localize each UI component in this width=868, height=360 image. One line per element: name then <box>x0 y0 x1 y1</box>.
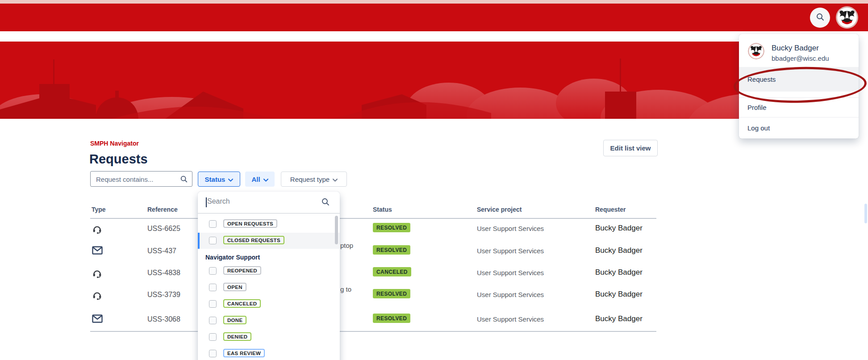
status-option-badge: OPEN <box>223 283 246 291</box>
column-header-service-project[interactable]: Service project <box>477 206 522 213</box>
page-title: Requests <box>89 152 148 167</box>
page-scrollbar-thumb[interactable] <box>864 204 867 223</box>
table-row[interactable]: USS-3068 RESOLVED User Support Services … <box>0 309 868 331</box>
menu-item-profile[interactable]: Profile <box>739 97 859 117</box>
request-type-icon <box>92 268 102 280</box>
status-badge: RESOLVED <box>373 245 410 255</box>
status-cell: RESOLVED <box>373 223 410 232</box>
requester: Bucky Badger <box>595 268 643 277</box>
user-name: Bucky Badger <box>772 44 819 53</box>
user-menu: Bucky Badger bbadger@wisc.edu Requests P… <box>739 34 859 138</box>
status-option-badge: DONE <box>223 316 246 324</box>
status-option[interactable]: OPEN REQUESTS <box>198 216 340 232</box>
checkbox[interactable] <box>209 284 217 291</box>
requester: Bucky Badger <box>595 314 643 323</box>
search-icon <box>180 175 188 185</box>
status-dropdown-panel: Search OPEN REQUESTS CLOSED REQUESTS Nav… <box>198 192 340 360</box>
text-caret <box>206 197 207 207</box>
table-row[interactable]: USS-6625 RESOLVED User Support Services … <box>0 218 868 240</box>
status-option-badge: CLOSED REQUESTS <box>223 236 284 244</box>
requester: Bucky Badger <box>595 224 643 233</box>
checkbox[interactable] <box>209 350 217 357</box>
search-icon <box>321 197 330 208</box>
table-row[interactable]: USS-437 ptop RESOLVED User Support Servi… <box>0 240 868 263</box>
request-search-field <box>90 171 192 187</box>
summary-fragment: ptop <box>340 242 353 249</box>
requester: Bucky Badger <box>595 290 643 299</box>
menu-item-requests[interactable]: Requests <box>739 67 859 92</box>
status-option[interactable]: EAS REVIEW <box>198 346 340 360</box>
hero-banner <box>0 42 857 119</box>
dropdown-scrollbar-thumb[interactable] <box>335 216 338 244</box>
status-option[interactable]: OPEN <box>198 280 340 296</box>
user-menu-header: Bucky Badger bbadger@wisc.edu <box>739 34 859 67</box>
all-filter-label: All <box>251 176 260 183</box>
checkbox[interactable] <box>209 300 217 308</box>
search-button[interactable] <box>810 8 830 28</box>
checkbox[interactable] <box>209 333 217 341</box>
request-reference[interactable]: USS-3739 <box>147 291 180 299</box>
request-type-icon <box>92 314 103 325</box>
request-search-input[interactable] <box>95 172 177 187</box>
headset-icon <box>92 224 102 234</box>
dropdown-search-placeholder: Search <box>207 197 230 205</box>
request-type-icon <box>92 224 102 236</box>
all-filter-button[interactable]: All <box>245 172 275 187</box>
request-type-icon <box>92 246 103 256</box>
chevron-down-icon <box>263 176 268 183</box>
request-reference[interactable]: USS-3068 <box>147 315 180 323</box>
table-row[interactable]: USS-4838 CANCELED User Support Services … <box>0 262 868 285</box>
status-option[interactable]: CLOSED REQUESTS <box>198 233 340 249</box>
status-cell: RESOLVED <box>373 245 410 255</box>
bucky-badger-avatar-icon <box>836 6 858 29</box>
summary-fragment: g to <box>340 285 351 293</box>
status-option[interactable]: DONE <box>198 313 340 329</box>
request-type-icon <box>92 290 102 302</box>
service-project: User Support Services <box>477 315 544 323</box>
status-filter-label: Status <box>205 176 225 183</box>
request-reference[interactable]: USS-4838 <box>147 269 180 277</box>
checkbox[interactable] <box>209 237 217 244</box>
status-badge: CANCELED <box>373 267 411 276</box>
status-option[interactable]: CANCELED <box>198 296 340 312</box>
checkbox[interactable] <box>209 220 217 228</box>
status-filter-button[interactable]: Status <box>198 172 240 187</box>
breadcrumb[interactable]: SMPH Navigator <box>90 140 139 147</box>
column-header-reference[interactable]: Reference <box>147 206 178 213</box>
user-avatar-button[interactable] <box>836 6 858 29</box>
top-pink-strip <box>0 0 868 4</box>
dropdown-search-field[interactable]: Search <box>198 192 340 213</box>
status-option-badge: REOPENED <box>223 266 261 275</box>
request-reference[interactable]: USS-437 <box>147 247 176 255</box>
checkbox[interactable] <box>209 317 217 324</box>
request-type-filter-button[interactable]: Request type <box>281 172 347 187</box>
status-option-badge: EAS REVIEW <box>223 349 265 357</box>
status-option[interactable]: DENIED <box>198 329 340 345</box>
user-email: bbadger@wisc.edu <box>772 54 829 62</box>
status-cell: CANCELED <box>373 267 411 276</box>
table-row[interactable]: USS-3739 g to RESOLVED User Support Serv… <box>0 284 868 306</box>
requester: Bucky Badger <box>595 246 643 255</box>
top-navigation-bar <box>0 4 868 31</box>
service-project: User Support Services <box>477 269 544 276</box>
email-icon <box>92 246 103 255</box>
dropdown-group-header: Navigator Support <box>205 254 330 261</box>
column-header-type[interactable]: Type <box>92 206 106 213</box>
menu-item-logout[interactable]: Log out <box>739 117 859 138</box>
status-badge: RESOLVED <box>373 289 410 298</box>
headset-icon <box>92 290 102 300</box>
request-reference[interactable]: USS-6625 <box>147 225 180 233</box>
request-type-filter-label: Request type <box>290 176 330 183</box>
service-project: User Support Services <box>477 225 544 232</box>
campus-skyline-illustration <box>0 42 857 119</box>
status-badge: RESOLVED <box>373 314 410 323</box>
column-header-status[interactable]: Status <box>373 206 392 213</box>
status-option[interactable]: REOPENED <box>198 263 340 279</box>
status-cell: RESOLVED <box>373 314 410 323</box>
column-header-requester[interactable]: Requester <box>595 206 626 213</box>
status-badge: RESOLVED <box>373 223 410 232</box>
checkbox[interactable] <box>209 267 217 275</box>
bucky-badger-avatar-icon <box>748 43 764 59</box>
edit-list-view-button[interactable]: Edit list view <box>603 140 658 156</box>
table-bottom-divider <box>90 331 656 332</box>
